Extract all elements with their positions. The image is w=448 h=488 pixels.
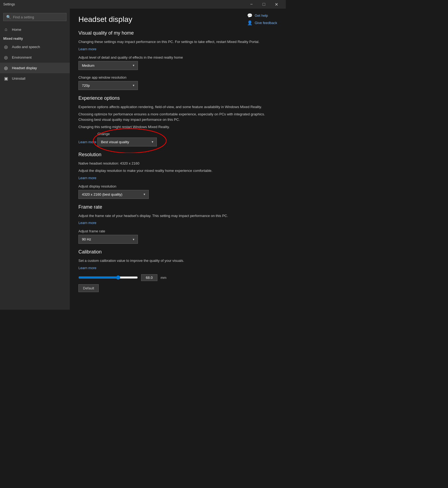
sidebar-item-uninstall[interactable]: ▣ Uninstall xyxy=(0,73,70,84)
slider-unit: mm xyxy=(161,276,167,280)
resolution-dropdown[interactable]: 720p ▾ xyxy=(78,81,138,90)
visual-quality-desc1: Changing these settings may impact perfo… xyxy=(78,39,277,45)
experience-change-dropdown-container: Change Best visual quality ▾ xyxy=(97,132,157,146)
resolution-learn-more[interactable]: Learn more xyxy=(78,176,96,180)
search-icon: 🔍 xyxy=(6,15,11,19)
window-controls: − □ ✕ xyxy=(245,0,283,9)
calibration-slider-container: 68.0 mm xyxy=(78,274,277,281)
display-resolution-dropdown[interactable]: 4320 x 2160 (best quality) ▾ xyxy=(78,190,149,199)
frame-rate-desc: Adjust the frame rate of your headset's … xyxy=(78,213,277,219)
visual-quality-learn-more[interactable]: Learn more xyxy=(78,47,96,51)
sidebar-item-headset-display[interactable]: ◎ Headset display xyxy=(0,63,70,73)
search-input[interactable] xyxy=(13,15,64,19)
home-icon: ⌂ xyxy=(3,27,9,32)
frame-rate-title: Frame rate xyxy=(78,204,277,210)
experience-change-arrow: ▾ xyxy=(152,140,153,144)
help-section: 💬 Get help 👤 Give feedback xyxy=(247,13,277,25)
sidebar-item-audio-label: Audio and speech xyxy=(12,45,40,49)
resolution-section-title: Resolution xyxy=(78,152,277,158)
sidebar-item-headset-label: Headset display xyxy=(12,66,37,70)
frame-rate-learn-more[interactable]: Learn more xyxy=(78,221,96,225)
sidebar-item-uninstall-label: Uninstall xyxy=(12,76,25,81)
app-title: Settings xyxy=(3,2,15,6)
display-resolution-container: Adjust display resolution 4320 x 2160 (b… xyxy=(78,184,277,199)
feedback-icon: 👤 xyxy=(247,20,253,25)
title-bar: Settings − □ ✕ xyxy=(0,0,286,9)
resolution-dropdown-value: 720p xyxy=(82,83,90,88)
give-feedback-link[interactable]: 👤 Give feedback xyxy=(247,20,277,25)
sidebar: 🔍 ⌂ Home Mixed reality ◎ Audio and speec… xyxy=(0,9,70,310)
frame-rate-dropdown-container: Adjust frame rate 90 Hz ▾ xyxy=(78,229,277,244)
sidebar-item-environment-label: Environment xyxy=(12,55,32,59)
calibration-slider[interactable] xyxy=(78,275,138,280)
headset-icon: ◎ xyxy=(3,65,9,71)
sidebar-item-home-label: Home xyxy=(12,28,21,32)
frame-rate-value: 90 Hz xyxy=(82,237,91,241)
experience-desc1: Experience options affects application r… xyxy=(78,104,277,110)
display-resolution-value: 4320 x 2160 (best quality) xyxy=(82,192,122,196)
visual-quality-dropdown-label: Adjust level of detail and quality of ef… xyxy=(78,55,277,59)
minimize-button[interactable]: − xyxy=(245,0,258,9)
get-help-label: Get help xyxy=(255,14,268,18)
maximize-button[interactable]: □ xyxy=(258,0,270,9)
experience-change-container: Change Best visual quality ▾ xyxy=(97,132,157,152)
native-resolution-text: Native headset resolution: 4320 x 2160 xyxy=(78,161,277,166)
frame-rate-dropdown[interactable]: 90 Hz ▾ xyxy=(78,235,138,244)
calibration-learn-more[interactable]: Learn more xyxy=(78,266,96,270)
sidebar-item-environment[interactable]: ◎ Environment xyxy=(0,52,70,63)
calibration-value-box: 68.0 xyxy=(141,274,157,281)
visual-quality-dropdown-container: Adjust level of detail and quality of ef… xyxy=(78,55,277,70)
experience-change-dropdown[interactable]: Best visual quality ▾ xyxy=(97,138,157,146)
resolution-label: Change app window resolution xyxy=(78,75,277,79)
experience-change-label: Change xyxy=(97,132,157,136)
experience-desc2: Choosing optimize for performance ensure… xyxy=(78,112,277,122)
experience-change-value: Best visual quality xyxy=(101,140,129,144)
app-body: 🔍 ⌂ Home Mixed reality ◎ Audio and speec… xyxy=(0,9,286,310)
search-box[interactable]: 🔍 xyxy=(3,13,67,21)
display-resolution-arrow: ▾ xyxy=(144,192,145,196)
visual-quality-dropdown[interactable]: Medium ▾ xyxy=(78,61,138,70)
default-button[interactable]: Default xyxy=(78,284,99,292)
frame-rate-arrow: ▾ xyxy=(133,238,134,241)
frame-rate-adjust-label: Adjust frame rate xyxy=(78,229,277,233)
get-help-link[interactable]: 💬 Get help xyxy=(247,13,277,18)
visual-quality-dropdown-arrow: ▾ xyxy=(133,63,134,67)
give-feedback-label: Give feedback xyxy=(255,21,277,25)
display-resolution-label: Adjust display resolution xyxy=(78,184,277,188)
close-button[interactable]: ✕ xyxy=(270,0,283,9)
visual-quality-dropdown-value: Medium xyxy=(82,63,94,68)
resolution-dropdown-arrow: ▾ xyxy=(133,83,134,87)
calibration-title: Calibration xyxy=(78,249,277,255)
sidebar-item-audio-speech[interactable]: ◎ Audio and speech xyxy=(0,42,70,52)
resolution-description: Adjust the display resolution to make yo… xyxy=(78,168,277,173)
environment-icon: ◎ xyxy=(3,55,9,60)
help-icon: 💬 xyxy=(247,13,253,18)
calibration-desc: Set a custom calibration value to improv… xyxy=(78,258,277,263)
experience-options-title: Experience options xyxy=(78,95,277,101)
experience-learn-more[interactable]: Learn more xyxy=(78,140,96,144)
resolution-dropdown-container: Change app window resolution 720p ▾ xyxy=(78,75,277,90)
audio-icon: ◎ xyxy=(3,44,9,49)
experience-desc3: Changing this setting might restart Wind… xyxy=(78,124,277,130)
visual-quality-title: Visual quality of my home xyxy=(78,30,277,36)
sidebar-section-label: Mixed reality xyxy=(0,35,70,42)
uninstall-icon: ▣ xyxy=(3,76,9,81)
main-content: 💬 Get help 👤 Give feedback Headset displ… xyxy=(70,9,286,310)
sidebar-item-home[interactable]: ⌂ Home xyxy=(0,24,70,35)
